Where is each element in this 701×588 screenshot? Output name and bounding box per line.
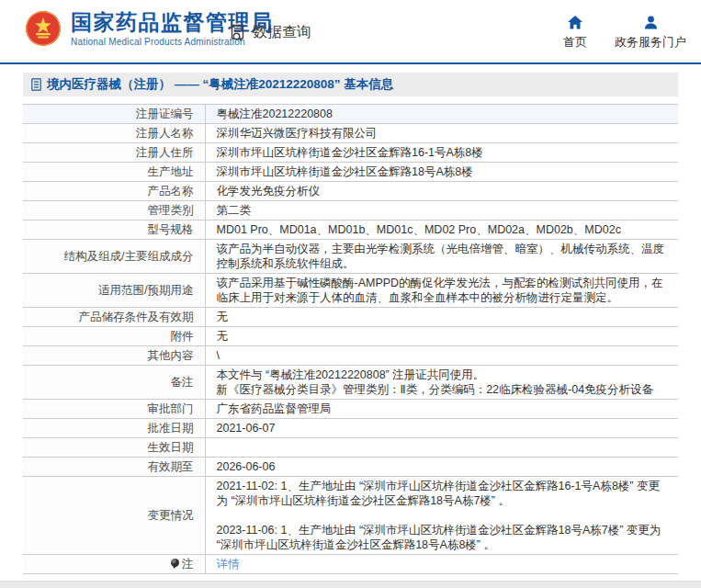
row-label: 管理类别 (23, 201, 205, 220)
header-divider (0, 62, 701, 64)
nav-item-home[interactable]: 首页 (563, 16, 587, 51)
table-row: 注详情 (23, 555, 678, 574)
document-search-icon (231, 24, 248, 41)
page-title: 境内医疗器械（注册） —— “粤械注准20212220808” 基本信息 (47, 76, 393, 93)
row-label: 生产地址 (23, 163, 205, 182)
row-label: 附件 (23, 327, 205, 346)
row-value: 化学发光免疫分析仪 (205, 182, 678, 201)
table-row: 批准日期2021-06-07 (23, 419, 678, 438)
document-icon (31, 78, 41, 91)
nav-item-label: 政务服务门户 (615, 34, 686, 51)
row-value: 2026-06-06 (205, 458, 678, 477)
note-balloon-icon (171, 559, 179, 569)
table-row: 注册证编号粤械注准20212220808 (23, 105, 678, 124)
row-value (205, 438, 678, 458)
site-header: 国家药品监督管理局 National Medical Products Admi… (0, 0, 701, 62)
table-row: 型号规格MD01 Pro、MD01a、MD01b、MD01c、MD02 Pro、… (23, 220, 678, 240)
row-label: 有效期至 (23, 458, 205, 477)
info-table-body: 注册证编号粤械注准20212220808注册人名称深圳华迈兴微医疗科技有限公司注… (23, 105, 678, 574)
table-row: 审批部门广东省药品监督管理局 (23, 400, 678, 419)
row-label: 适用范围/预期用途 (23, 274, 205, 308)
row-value: 2021-06-07 (205, 419, 678, 438)
table-row: 产品名称化学发光免疫分析仪 (23, 182, 678, 201)
row-label: 注 (23, 555, 205, 574)
row-label: 审批部门 (23, 400, 205, 419)
row-label: 结构及组成/主要组成成分 (23, 240, 205, 274)
row-label: 备注 (23, 366, 205, 400)
table-row: 附件无 (23, 327, 678, 346)
table-row: 注册人名称深圳华迈兴微医疗科技有限公司 (23, 124, 678, 143)
row-label: 产品储存条件及有效期 (23, 308, 205, 327)
table-row: 结构及组成/主要组成成分该产品为半自动仪器，主要由光学检测系统（光电倍增管、暗室… (23, 240, 678, 274)
row-value: 无 (205, 327, 678, 346)
row-label: 其他内容 (23, 346, 205, 366)
row-value: 该产品为半自动仪器，主要由光学检测系统（光电倍增管、暗室）、机械传动系统、温度控… (205, 240, 678, 274)
row-label: 型号规格 (23, 220, 205, 240)
table-row: 生产地址深圳市坪山区坑梓街道金沙社区金辉路18号A栋8楼 (23, 163, 678, 182)
row-value: 详情 (205, 555, 678, 574)
row-value: MD01 Pro、MD01a、MD01b、MD01c、MD02 Pro、MD02… (205, 220, 678, 240)
table-row: 备注本文件与 “粤械注准20212220808” 注册证共同使用。 新《医疗器械… (23, 366, 678, 400)
user-icon (644, 16, 658, 29)
table-row: 有效期至2026-06-06 (23, 458, 678, 477)
row-value: 该产品采用基于碱性磷酸酶-AMPPD的酶促化学发光法，与配套的检测试剂共同使用，… (205, 274, 678, 308)
table-row: 产品储存条件及有效期无 (23, 308, 678, 327)
row-label: 批准日期 (23, 419, 205, 438)
row-label: 变更情况 (23, 477, 205, 555)
row-label: 注册人住所 (23, 143, 205, 163)
row-value: 第二类 (205, 201, 678, 220)
nav-item-label: 首页 (563, 34, 587, 51)
nav-item-gov-portal[interactable]: 政务服务门户 (615, 16, 686, 51)
row-value: 粤械注准20212220808 (205, 105, 678, 124)
row-label: 生效日期 (23, 438, 205, 458)
table-row: 管理类别第二类 (23, 201, 678, 220)
data-query-menu[interactable]: 数据查询 (231, 23, 311, 42)
table-row: 注册人住所深圳市坪山区坑梓街道金沙社区金辉路16-1号A栋8楼 (23, 143, 678, 163)
home-icon (568, 16, 582, 29)
row-value: 2021-11-02: 1、生产地址由 “深圳市坪山区坑梓街道金沙社区金辉路16… (205, 477, 678, 555)
table-row: 其他内容\ (23, 346, 678, 366)
row-label: 注册人名称 (23, 124, 205, 143)
row-value: 深圳华迈兴微医疗科技有限公司 (205, 124, 678, 143)
detail-link[interactable]: 详情 (217, 558, 240, 571)
footer-strip (0, 581, 701, 588)
page: 国家药品监督管理局 National Medical Products Admi… (0, 0, 701, 588)
registration-info-table: 注册证编号粤械注准20212220808注册人名称深圳华迈兴微医疗科技有限公司注… (23, 104, 678, 574)
table-row: 生效日期 (23, 438, 678, 458)
row-value: \ (205, 346, 678, 366)
row-value: 深圳市坪山区坑梓街道金沙社区金辉路18号A栋8楼 (205, 163, 678, 182)
row-value: 深圳市坪山区坑梓街道金沙社区金辉路16-1号A栋8楼 (205, 143, 678, 163)
row-label: 产品名称 (23, 182, 205, 201)
row-value: 广东省药品监督管理局 (205, 400, 678, 419)
national-emblem-icon (25, 10, 62, 47)
row-value: 无 (205, 308, 678, 327)
row-label: 注册证编号 (23, 105, 205, 124)
data-query-label: 数据查询 (253, 23, 311, 42)
top-nav: 首页 政务服务门户 (563, 16, 686, 51)
table-row: 适用范围/预期用途该产品采用基于碱性磷酸酶-AMPPD的酶促化学发光法，与配套的… (23, 274, 678, 308)
page-title-bar: 境内医疗器械（注册） —— “粤械注准20212220808” 基本信息 (23, 73, 678, 96)
table-row: 变更情况2021-11-02: 1、生产地址由 “深圳市坪山区坑梓街道金沙社区金… (23, 477, 678, 555)
row-value: 本文件与 “粤械注准20212220808” 注册证共同使用。 新《医疗器械分类… (205, 366, 678, 400)
